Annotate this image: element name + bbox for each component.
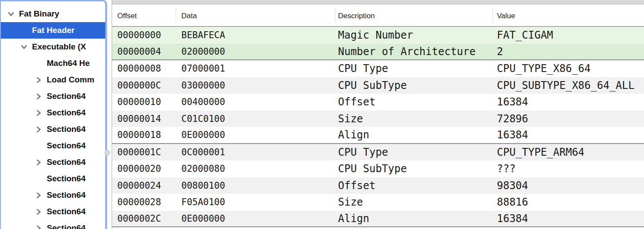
cell-offset: 00000028 [117,197,161,207]
column-divider [493,8,493,23]
cell-value: 72896 [497,113,528,125]
table-row-00000020[interactable]: 0000002002000080CPU SubType??? [112,160,644,177]
tree-item-section64-7[interactable]: Section64 [1,121,105,137]
table-top-strip [112,0,644,4]
table-row-00000028[interactable]: 00000028F05A0100Size88816 [112,194,644,211]
cell-description: CPU SubType [338,163,407,175]
cell-offset: 00000004 [117,46,161,57]
cell-data: 02000080 [181,164,225,174]
table-row-00000010[interactable]: 0000001000400000Offset16384 [112,94,644,111]
tree-item-label: Section64 [47,223,86,229]
cell-value: FAT_CIGAM [497,29,553,41]
chevron-right-icon[interactable] [34,109,47,116]
chevron-right-icon[interactable] [34,159,47,166]
chevron-right-icon[interactable] [34,225,47,229]
cell-offset: 0000002C [117,213,161,224]
chevron-down-icon[interactable] [6,10,19,17]
tree-item-label: Section64 [47,108,86,118]
cell-value: 2 [497,46,503,58]
cell-description: Offset [338,180,376,192]
cell-description: Offset [338,96,376,108]
tree-item-section64-10[interactable]: Section64 [1,170,105,187]
cell-data: 07000001 [181,63,225,74]
cell-description: CPU SubType [338,79,407,92]
column-header-data[interactable]: Data [181,12,197,20]
chevron-right-icon[interactable] [34,76,47,83]
table-header: Offset Data Description Value [112,4,644,27]
tree-item-load-comm-4[interactable]: Load Comm [1,72,105,88]
tree-item-section64-12[interactable]: Section64 [1,203,105,220]
column-header-value[interactable]: Value [497,12,515,20]
tree-item-section64-8[interactable]: Section64 [1,137,105,154]
cell-offset: 00000014 [117,114,161,124]
cell-value: 16384 [497,96,528,108]
table-row-00000014[interactable]: 00000014C01C0100Size72896 [112,111,644,128]
cell-value: CPU_SUBTYPE_X86_64_ALL [497,79,634,92]
tree-item-fat-binary-0[interactable]: Fat Binary [1,6,105,22]
tree-item-section64-11[interactable]: Section64 [1,187,105,203]
table-row-00000000[interactable]: 00000000BEBAFECAMagic NumberFAT_CIGAM [112,27,644,44]
cell-offset: 0000001C [117,147,161,157]
column-header-offset[interactable]: Offset [117,12,137,20]
cell-value: CPU_TYPE_ARM64 [497,146,584,158]
cell-value: 16384 [497,129,528,141]
table-row-0000002C[interactable]: 0000002C0E000000Align16384 [112,211,644,228]
table-row-00000018[interactable]: 000000180E000000Align16384 [112,127,644,144]
tree-item-section64-5[interactable]: Section64 [1,88,105,105]
chevron-right-icon[interactable] [34,93,47,100]
sidebar-tree-pane: Fat BinaryFat HeaderExecutable (XMach64 … [0,0,107,229]
cell-data: 0C000001 [181,147,225,157]
table-row-0000000C[interactable]: 0000000C03000000CPU SubTypeCPU_SUBTYPE_X… [112,77,644,94]
tree-item-label: Executable (X [32,42,86,52]
tree-item-label: Section64 [47,157,86,167]
cell-data: 03000000 [181,80,225,91]
cell-offset: 00000008 [117,63,161,74]
pane-splitter-handle[interactable] [104,150,110,156]
cell-value: CPU_TYPE_X86_64 [497,62,591,75]
cell-description: Magic Number [338,29,413,41]
chevron-right-icon[interactable] [34,192,47,199]
tree-item-label: Fat Binary [19,9,59,19]
cell-description: Number of Architecture [338,46,476,58]
chevron-down-icon[interactable] [19,43,32,50]
tree-item-label: Fat Header [32,26,74,35]
tree-item-section64-9[interactable]: Section64 [1,154,105,170]
tree-item-label: Section64 [47,92,86,101]
cell-offset: 00000000 [117,30,161,40]
cell-description: Size [338,196,363,208]
cell-value: 98304 [497,180,528,192]
chevron-right-icon[interactable] [34,208,47,215]
column-divider [176,8,176,23]
tree-item-section64-13[interactable]: Section64 [1,220,105,229]
hex-table-pane: Offset Data Description Value 00000000BE… [112,0,644,229]
tree-item-label: Mach64 He [47,59,90,68]
cell-data: 00800100 [181,180,225,191]
cell-data: C01C0100 [181,114,225,124]
table-row-0000001C[interactable]: 0000001C0C000001CPU TypeCPU_TYPE_ARM64 [112,144,644,161]
cell-offset: 00000020 [117,164,161,174]
table-row-00000004[interactable]: 0000000402000000Number of Architecture2 [112,44,644,61]
tree-item-label: Section64 [47,190,86,200]
cell-offset: 0000000C [117,80,161,91]
chevron-right-icon[interactable] [34,126,47,133]
cell-description: Align [338,213,369,225]
cell-data: 0E000000 [181,213,225,224]
tree-item-mach64-he-3[interactable]: Mach64 He [1,55,105,72]
cell-value: 16384 [497,213,528,225]
cell-data: 00400000 [181,97,225,107]
table-row-00000008[interactable]: 0000000807000001CPU TypeCPU_TYPE_X86_64 [112,60,644,77]
tree-item-label: Section64 [47,124,86,134]
tree-item-fat-header-1[interactable]: Fat Header [1,22,105,39]
cell-description: Size [338,113,363,125]
cell-value: ??? [497,163,515,175]
cell-data: 02000000 [181,46,225,57]
cell-value: 88816 [497,196,528,208]
table-row-00000024[interactable]: 0000002400800100Offset98304 [112,177,644,194]
tree-item-label: Section64 [47,174,86,183]
cell-data: F05A0100 [181,197,225,207]
tree-item-section64-6[interactable]: Section64 [1,105,105,121]
tree-item-executable-x-2[interactable]: Executable (X [1,39,105,55]
tree-item-label: Section64 [47,141,86,150]
column-header-description[interactable]: Description [338,12,375,20]
binary-structure-tree: Fat BinaryFat HeaderExecutable (XMach64 … [1,1,105,229]
